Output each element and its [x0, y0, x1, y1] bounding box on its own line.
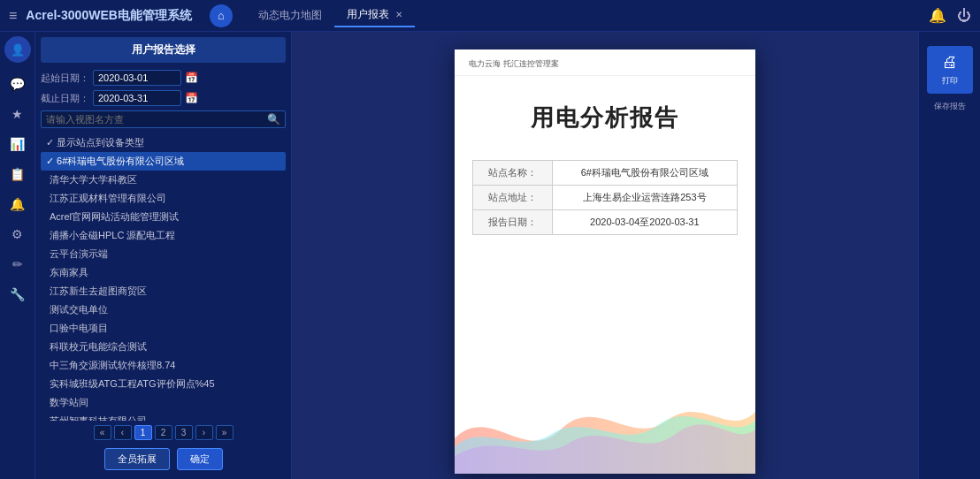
- report-info-value: 2020-03-04至2020-03-31: [552, 210, 737, 235]
- sidebar-item-favorite[interactable]: ★: [5, 102, 30, 126]
- home-button[interactable]: ⌂: [210, 4, 233, 27]
- tree-item[interactable]: 江苏新生去超图商贸区: [41, 282, 286, 300]
- menu-icon[interactable]: ≡: [9, 8, 17, 24]
- start-date-input[interactable]: [93, 70, 181, 86]
- page-prev-button[interactable]: ‹: [114, 425, 132, 440]
- tree-item[interactable]: 中三角交源测试软件核理8.74: [41, 356, 286, 375]
- power-icon[interactable]: ⏻: [957, 8, 971, 24]
- report-preview: 电力云海 托汇连控管理案 用电分析报告 站点名称：6#科瑞电气股份有限公司区域站…: [455, 49, 755, 474]
- end-date-row: 截止日期： 📅: [41, 90, 286, 106]
- page-2-button[interactable]: 2: [155, 425, 172, 440]
- tree-item[interactable]: 测试交电单位: [41, 300, 286, 319]
- tree-item[interactable]: 苏州智事科技有限公司: [41, 412, 286, 421]
- tree-item[interactable]: ✓ 显示站点到设备类型: [41, 133, 286, 152]
- report-info-table: 站点名称：6#科瑞电气股份有限公司区域站点地址：上海生易企业运营连路253号报告…: [472, 160, 738, 235]
- sidebar-item-chart[interactable]: 📊: [5, 132, 30, 156]
- page-1-button[interactable]: 1: [134, 425, 152, 440]
- page-first-button[interactable]: «: [94, 425, 111, 440]
- tree-item[interactable]: ✓ 6#科瑞电气股份有限公司区域: [41, 152, 286, 171]
- end-date-label: 截止日期：: [41, 92, 89, 105]
- page-next-button[interactable]: ›: [195, 425, 213, 440]
- report-info-label: 站点名称：: [473, 161, 553, 186]
- tree-item[interactable]: 口验中电项目: [41, 319, 286, 338]
- sidebar-item-report[interactable]: 📋: [5, 162, 30, 186]
- tree-item[interactable]: 江苏正观材料管理有限公司: [41, 189, 286, 208]
- sidebar-item-alert[interactable]: 🔔: [5, 192, 30, 217]
- report-header-bar: 电力云海 托汇连控管理案: [455, 49, 755, 76]
- panel-title: 用户报告选择: [41, 37, 286, 63]
- main-layout: 👤 💬 ★ 📊 📋 🔔 ⚙ ✏ 🔧 用户报告选择 起始日期： 📅 截止日期： 📅…: [0, 32, 980, 479]
- save-label: 保存报告: [934, 101, 966, 112]
- report-info-label: 报告日期：: [473, 210, 553, 235]
- search-row: 🔍: [41, 110, 286, 128]
- report-header-text: 电力云海 托汇连控管理案: [469, 59, 559, 68]
- tab-user-report[interactable]: 用户报表 ✕: [334, 4, 415, 27]
- notification-icon[interactable]: 🔔: [929, 7, 946, 24]
- tree-item[interactable]: 东南家具: [41, 263, 286, 282]
- avatar-icon: 👤: [11, 43, 25, 57]
- report-main-title: 用电分析报告: [472, 103, 738, 133]
- tree-item[interactable]: 浦播小金磁HPLC 源配电工程: [41, 226, 286, 245]
- home-icon: ⌂: [218, 9, 225, 22]
- print-icon: 🖨: [932, 53, 968, 72]
- sidebar-item-settings[interactable]: ⚙: [5, 222, 30, 247]
- tree-item[interactable]: 清华大学大学科教区: [41, 171, 286, 189]
- export-button[interactable]: 全员拓展: [104, 448, 170, 470]
- report-info-label: 站点地址：: [473, 186, 553, 210]
- search-input[interactable]: [46, 114, 267, 125]
- tree-item[interactable]: Acrel官网网站活动能管理测试: [41, 208, 286, 226]
- page-last-button[interactable]: »: [216, 425, 234, 440]
- confirm-button[interactable]: 确定: [177, 448, 223, 470]
- app-title: Acrel-3000WEB电能管理系统: [26, 8, 192, 24]
- topbar-right: 🔔 ⏻: [929, 7, 971, 24]
- end-date-calendar-icon[interactable]: 📅: [185, 92, 198, 104]
- search-icon[interactable]: 🔍: [267, 113, 280, 125]
- print-button[interactable]: 🖨 打印: [927, 46, 973, 94]
- avatar: 👤: [4, 36, 31, 63]
- topbar: ≡ Acrel-3000WEB电能管理系统 ⌂ 动态电力地图 用户报表 ✕ 🔔 …: [0, 0, 980, 32]
- pagination-bar: « ‹ 1 2 3 › »: [41, 425, 286, 440]
- sidebar-item-tool[interactable]: 🔧: [5, 282, 30, 307]
- report-info-value: 6#科瑞电气股份有限公司区域: [552, 161, 737, 186]
- tab-bar: 动态电力地图 用户报表 ✕: [246, 4, 929, 27]
- tree-item[interactable]: 数学站间: [41, 393, 286, 412]
- main-content: 电力云海 托汇连控管理案 用电分析报告 站点名称：6#科瑞电气股份有限公司区域站…: [292, 32, 918, 479]
- bottom-buttons: 全员拓展 确定: [41, 445, 286, 474]
- tree-item[interactable]: 云平台演示端: [41, 245, 286, 263]
- left-panel: 用户报告选择 起始日期： 📅 截止日期： 📅 🔍 ✓ 显示站点到设备类型✓ 6#…: [35, 32, 292, 479]
- report-wave: [455, 368, 755, 474]
- tree-item[interactable]: 实科城班级ATG工程ATG评价网点%45: [41, 375, 286, 393]
- end-date-input[interactable]: [93, 90, 181, 106]
- tab-power-map-label: 动态电力地图: [258, 9, 322, 21]
- print-label: 打印: [932, 75, 968, 87]
- tab-power-map[interactable]: 动态电力地图: [246, 4, 334, 27]
- start-date-calendar-icon[interactable]: 📅: [185, 72, 198, 84]
- start-date-row: 起始日期： 📅: [41, 70, 286, 86]
- tab-close-icon[interactable]: ✕: [395, 10, 402, 19]
- report-info-value: 上海生易企业运营连路253号: [552, 186, 737, 210]
- tree-list: ✓ 显示站点到设备类型✓ 6#科瑞电气股份有限公司区域清华大学大学科教区江苏正观…: [41, 133, 286, 421]
- sidebar-item-message[interactable]: 💬: [5, 72, 30, 96]
- right-panel: 🖨 打印 保存报告: [918, 32, 980, 479]
- sidebar-item-edit[interactable]: ✏: [5, 252, 30, 277]
- start-date-label: 起始日期：: [41, 72, 89, 85]
- tab-user-report-label: 用户报表: [347, 8, 389, 20]
- page-3-button[interactable]: 3: [175, 425, 193, 440]
- tree-item[interactable]: 科联校元电能综合测试: [41, 338, 286, 356]
- sidebar-icons: 👤 💬 ★ 📊 📋 🔔 ⚙ ✏ 🔧: [0, 32, 35, 479]
